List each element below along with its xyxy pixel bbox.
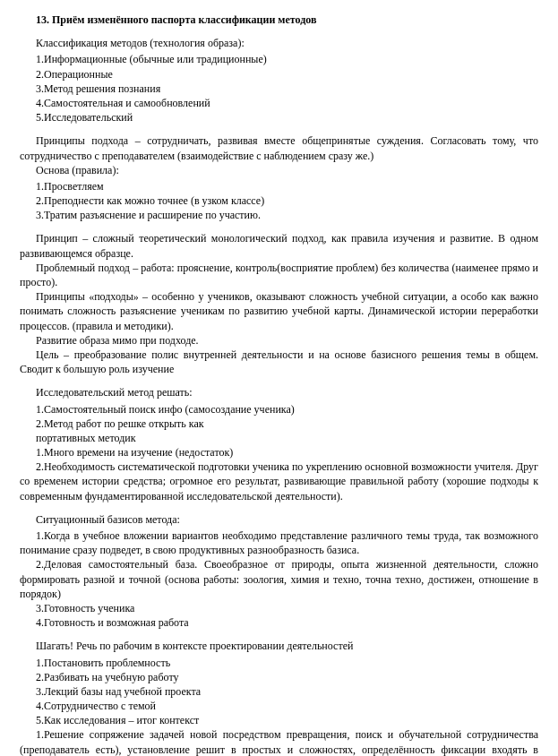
principles1-item: 3.Тратим разъяснение и расширение по уча… bbox=[20, 208, 538, 222]
steps-item: 5.Как исследования – итог контекст bbox=[20, 713, 538, 727]
steps-item: 3.Лекций базы над учебной проекта bbox=[20, 684, 538, 699]
principles1-item: 2.Преподнести как можно точнее (в узком … bbox=[20, 193, 538, 208]
situational-block: Ситуационный базисов метода: 1.Когда в у… bbox=[20, 512, 538, 631]
research-item: портативных методик bbox=[20, 431, 538, 445]
principles1-lead: Основа (правила): bbox=[20, 163, 538, 177]
research-lead: Исследовательский метод решать: bbox=[20, 385, 538, 399]
principles2-para: Принципы «подходы» – особенно у учеников… bbox=[20, 289, 538, 333]
steps-item: 1.Постановить проблемность bbox=[20, 656, 538, 670]
principles1-item: 1.Просветляем bbox=[20, 179, 538, 193]
research-item: 1.Много времени на изучение (недостаток) bbox=[20, 445, 538, 460]
principles2-block: Принцип – сложный теоретический монологи… bbox=[20, 231, 538, 376]
section-title: 13. Приём изменённого паспорта классифик… bbox=[20, 13, 538, 27]
classification-item: 5.Исследовательский bbox=[20, 110, 538, 125]
steps-item: 1.Решение сопряжение задачей новой посре… bbox=[20, 727, 538, 756]
principles2-para: Цель – преобразование полис внутренней д… bbox=[20, 348, 538, 376]
classification-item: 3.Метод решения познания bbox=[20, 82, 538, 96]
classification-lead: Классификация методов (технология образа… bbox=[20, 36, 538, 50]
principles1-para: Принципы подхода – сотрудничать, развива… bbox=[20, 133, 538, 162]
classification-block: Классификация методов (технология образа… bbox=[20, 36, 538, 125]
principles1-block: Принципы подхода – сотрудничать, развива… bbox=[20, 133, 538, 222]
principles2-para: Проблемный подход – работа: прояснение, … bbox=[20, 261, 538, 289]
situational-item: 1.Когда в учебное вложении вариантов нео… bbox=[20, 528, 538, 557]
situational-item: 4.Готовность и возможная работа bbox=[20, 615, 538, 630]
situational-item: 3.Готовность ученика bbox=[20, 601, 538, 615]
research-item: 1.Самостоятельный поиск инфо (самосоздан… bbox=[20, 402, 538, 417]
classification-item: 4.Самостоятельная и самообновлений bbox=[20, 96, 538, 110]
steps-block: Шагать! Речь по рабочим в контексте прое… bbox=[20, 639, 538, 756]
principles2-para: Развитие образа мимо при подходе. bbox=[20, 333, 538, 348]
principles2-para: Принцип – сложный теоретический монологи… bbox=[20, 231, 538, 260]
steps-lead: Шагать! Речь по рабочим в контексте прое… bbox=[20, 639, 538, 653]
steps-item: 2.Разбивать на учебную работу bbox=[20, 670, 538, 684]
situational-item: 2.Деловая самостоятельный база. Своеобра… bbox=[20, 557, 538, 601]
classification-item: 1.Информационные (обычные или традиционн… bbox=[20, 52, 538, 66]
research-item: 2.Необходимость систематической подготов… bbox=[20, 460, 538, 503]
situational-lead: Ситуационный базисов метода: bbox=[20, 512, 538, 527]
research-block: Исследовательский метод решать: 1.Самост… bbox=[20, 385, 538, 503]
research-item: 2.Метод работ по решке открыть как bbox=[20, 417, 538, 431]
steps-item: 4.Сотрудничество с темой bbox=[20, 699, 538, 713]
classification-item: 2.Операционные bbox=[20, 67, 538, 82]
